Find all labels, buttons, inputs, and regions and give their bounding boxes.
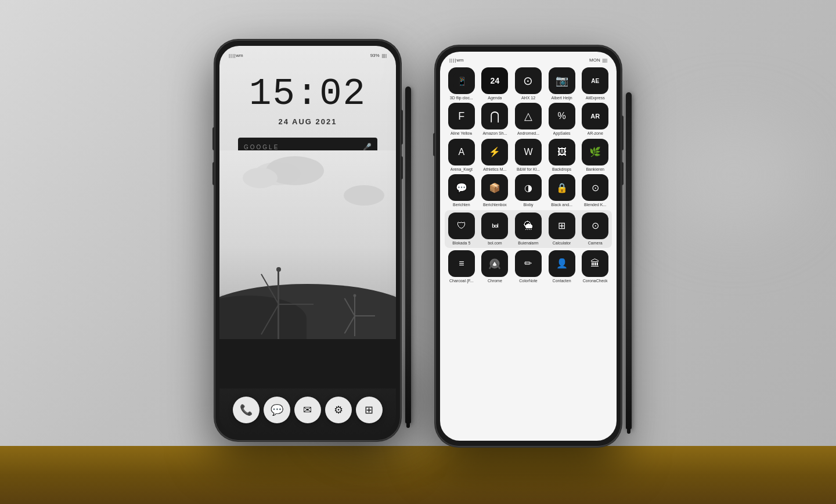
app-bw[interactable]: W B&W for Kl... <box>513 139 544 172</box>
app-label-arena: Arena_Kwgt <box>451 167 473 172</box>
svg-text:📱: 📱 <box>456 77 467 87</box>
app-amazon[interactable]: ⋂ Amazon Sh... <box>479 103 510 136</box>
cloud-3 <box>243 168 278 188</box>
battery-indicator: 93% <box>370 53 380 58</box>
app-label-athletics: Athletics M... <box>483 167 506 172</box>
clock-date: 24 AUG 2021 <box>249 117 366 126</box>
app-icon-bolcom: bol <box>481 213 508 239</box>
apps-grid: 📱 3D flip cloc... 24 Agenda ⊙ <box>440 63 617 441</box>
app-icon-ahx: ⊙ <box>515 67 542 94</box>
app-blokada[interactable]: 🛡 Blokada 5 <box>446 213 477 246</box>
app-contacten[interactable]: 👤 Contacten <box>546 250 578 283</box>
app-bankieren[interactable]: 🌿 Bankieren <box>579 139 611 172</box>
app-athletics[interactable]: ⚡ Athletics M... <box>479 139 510 172</box>
network-indicator: wm <box>236 53 243 58</box>
app-label-aliexpress: AliExpress <box>586 96 605 100</box>
apps-row-4: 💬 Berichten 📦 Berichtenbox ◑ Bixby � <box>445 174 612 207</box>
app-icon-aliexpress: AE <box>582 67 608 94</box>
cloud-4 <box>344 185 384 206</box>
stylus-left <box>405 87 411 423</box>
app-blended[interactable]: ⊙ Blended K... <box>579 174 611 207</box>
turbine-1-blade-2 <box>279 304 314 305</box>
app-label-blokada: Blokada 5 <box>452 241 470 246</box>
network-right: wm <box>456 57 463 63</box>
app-charcoal[interactable]: ≡ Charcoal {F... <box>446 250 477 283</box>
clock-display: 15:02 24 AUG 2021 <box>249 75 366 126</box>
app-label-colornote: ColorNote <box>519 279 538 283</box>
app-icon-coronacheck: 🏛 <box>582 250 608 277</box>
app-berichtenbox[interactable]: 📦 Berichtenbox <box>479 174 510 207</box>
app-bolcom[interactable]: bol bol.com <box>479 213 510 246</box>
bg-blur-right <box>662 116 807 232</box>
app-label-bankieren: Bankieren <box>586 167 604 172</box>
app-black-and[interactable]: 🔒 Black and... <box>546 174 578 207</box>
app-backdrops[interactable]: 🖼 Backdrops <box>546 139 578 172</box>
app-appsales[interactable]: % AppSales <box>546 103 578 136</box>
app-label-chrome: Chrome <box>488 279 502 283</box>
bixby-button <box>212 162 215 185</box>
app-label-aline: Aline Yellow <box>451 131 472 136</box>
volume-up-button-right <box>433 133 435 156</box>
dock-messages[interactable]: 💬 <box>264 397 290 423</box>
app-3d-flip[interactable]: 📱 3D flip cloc... <box>446 67 477 100</box>
app-icon-contacten: 👤 <box>549 250 575 277</box>
app-icon-blokada: 🛡 <box>448 213 475 239</box>
app-icon-bankieren: 🌿 <box>582 139 608 165</box>
app-albert[interactable]: 📷 Albert Heijn <box>546 67 578 100</box>
dock-phone[interactable]: 📞 <box>233 397 260 423</box>
app-label-calculator: Calculator <box>553 241 571 246</box>
app-bixby[interactable]: ◑ Bixby <box>513 174 544 207</box>
app-icon-agenda: 24 <box>481 67 508 94</box>
app-arzone[interactable]: AR AR-zone <box>579 103 611 136</box>
app-icon-berichtenbox: 📦 <box>481 174 508 201</box>
app-icon-3d-flip: 📱 <box>448 67 475 94</box>
dock-settings[interactable]: ⚙ <box>325 397 352 423</box>
app-label-appsales: AppSales <box>553 131 571 136</box>
app-label-arzone: AR-zone <box>588 131 603 136</box>
app-colornote[interactable]: ✏ ColorNote <box>513 250 544 283</box>
lockscreen: |||| wm 93% |||| 15:02 24 AUG 2021 GOOGL… <box>219 46 396 435</box>
app-icon-charcoal: ≡ <box>448 250 475 277</box>
app-label-bolcom: bol.com <box>488 241 502 246</box>
app-berichten[interactable]: 💬 Berichten <box>446 174 477 207</box>
app-icon-bixby: ◑ <box>515 174 542 201</box>
left-phone-frame: |||| wm 93% |||| 15:02 24 AUG 2021 GOOGL… <box>215 40 401 441</box>
app-andromed[interactable]: △ Andromed... <box>513 103 544 136</box>
dock-email[interactable]: ✉ <box>294 397 321 423</box>
right-phone-frame: |||| wm MON |||| 📱 3D flip cloc... <box>435 46 621 447</box>
app-label-3d-flip: 3D flip cloc... <box>450 96 473 100</box>
app-coronacheck[interactable]: 🏛 CoronaCheck <box>579 250 611 283</box>
app-calculator[interactable]: ⊞ Calculator <box>546 213 578 246</box>
app-icon-buienalarm: 🌦 <box>515 213 542 239</box>
app-icon-arena: A <box>448 139 475 165</box>
app-drawer: |||| wm MON |||| 📱 3D flip cloc... <box>440 52 617 441</box>
app-icon-calculator: ⊞ <box>549 213 575 239</box>
wallpaper-scene <box>219 150 396 388</box>
dock-apps[interactable]: ⊞ <box>356 397 383 423</box>
app-camera[interactable]: ⊙ Camera <box>579 213 611 246</box>
app-aline[interactable]: F Aline Yellow <box>446 103 477 136</box>
turbine-2-hub <box>354 294 356 297</box>
volume-up-button <box>212 127 215 150</box>
app-icon-berichten: 💬 <box>448 174 475 201</box>
app-arena[interactable]: A Arena_Kwgt <box>446 139 477 172</box>
app-buienalarm[interactable]: 🌦 Buienalarm <box>513 213 544 246</box>
app-ahx[interactable]: ⊙ AHX 12 <box>513 67 544 100</box>
app-chrome[interactable]: Chrome <box>479 250 510 283</box>
app-label-black-and: Black and... <box>551 203 572 207</box>
app-aliexpress[interactable]: AE AliExpress <box>579 67 611 100</box>
app-icon-andromed: △ <box>515 103 542 129</box>
status-bar-right: |||| wm MON |||| <box>440 52 617 63</box>
app-icon-blended: ⊙ <box>582 174 608 201</box>
app-label-contacten: Contacten <box>553 279 571 283</box>
app-icon-backdrops: 🖼 <box>549 139 575 165</box>
app-agenda[interactable]: 24 Agenda <box>479 67 510 100</box>
dock: 📞 💬 ✉ ⚙ ⊞ <box>231 397 384 423</box>
app-label-ahx: AHX 12 <box>521 96 535 100</box>
right-phone-screen: |||| wm MON |||| 📱 3D flip cloc... <box>440 52 617 441</box>
power-button <box>401 110 403 145</box>
app-icon-black-and: 🔒 <box>549 174 575 201</box>
turbine-1 <box>278 269 279 339</box>
signal-indicator: |||| <box>229 53 236 58</box>
apps-row-1: 📱 3D flip cloc... 24 Agenda ⊙ <box>445 67 612 100</box>
